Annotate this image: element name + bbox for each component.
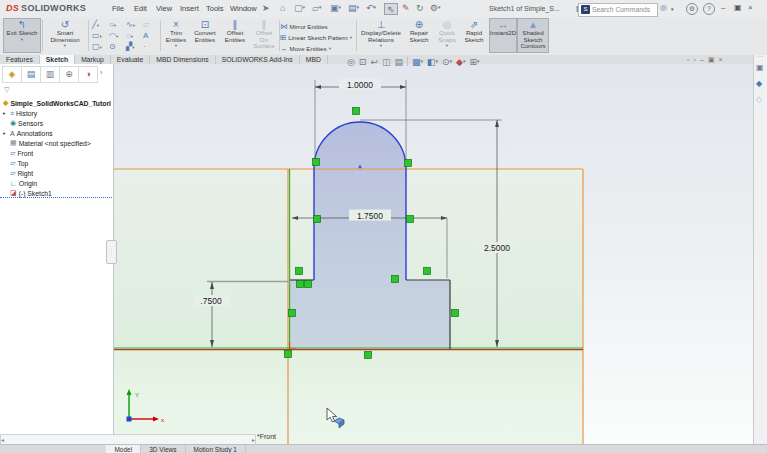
panel-expand-chevron-icon[interactable]: › [100,69,102,76]
relation-marker[interactable] [305,281,312,288]
doc-restore-icon[interactable]: ▣ [708,56,719,63]
tab-solidworks-addins[interactable]: SOLIDWORKS Add-Ins [216,55,300,64]
spline-tool-icon[interactable]: ∿▾ [126,20,135,30]
relation-marker[interactable] [405,160,412,167]
zoom-area-icon[interactable]: ⊡ [359,57,367,67]
dim-value-mid-width[interactable]: 1.7500 [357,211,383,221]
close-button[interactable]: × [748,3,753,12]
model-face-lower[interactable] [113,349,583,444]
text-tool-icon[interactable]: A [143,31,148,41]
menu-insert[interactable]: Insert [180,4,199,13]
search-commands-box[interactable]: S Search Commands [578,3,658,17]
rebuild-icon[interactable]: ↻ [416,3,424,13]
arc-tool-icon[interactable]: ◠▾ [109,31,118,41]
tree-item-sensors[interactable]: ◉ Sensors [3,118,118,128]
menu-tools[interactable]: Tools [206,4,224,13]
move-entities-button[interactable]: ↔ Move Entities▾ [280,43,331,53]
view-settings-icon[interactable]: ⊞▾ [470,57,480,67]
relation-marker[interactable] [289,310,296,317]
taskpane-grip-icon[interactable]: ⋯ [757,52,763,59]
circle-tool-icon[interactable]: ○▾ [109,20,116,30]
new-file-icon[interactable]: ▢▾ [294,3,305,13]
tab-features[interactable]: Features [0,55,40,64]
tab-mbd[interactable]: MBD [300,55,328,64]
repair-sketch-button[interactable]: ⊕ Repair Sketch [406,19,432,52]
trim-entities-button[interactable]: × Trim Entities▾ [163,19,189,52]
select-cursor-icon[interactable]: ⇖ [384,3,398,15]
relation-marker[interactable] [452,310,459,317]
menu-view[interactable]: View [156,4,172,13]
undo-icon[interactable]: ↶▾ [366,3,376,13]
previous-view-icon[interactable]: ↩ [370,57,378,67]
linear-sketch-pattern-button[interactable]: ⊞ Linear Sketch Pattern▾ [280,32,352,42]
minimize-button[interactable]: – [721,3,725,12]
slot-tool-icon[interactable]: ▢▾ [92,42,102,52]
section-view-icon[interactable]: ◫ [382,57,391,67]
scroll-left-icon[interactable]: ◂ [1,436,4,443]
relation-marker[interactable] [407,216,414,223]
relation-marker[interactable] [314,216,321,223]
edit-appearance-icon[interactable]: ◆▾ [456,57,465,67]
expander-icon[interactable]: ▸ [3,110,8,116]
point-tool-icon[interactable]: · [143,42,146,52]
tree-root-item[interactable]: ◆ Simple_SolidWorksCAD_Tutorial_Sketchi [3,98,111,108]
sketch-edit-icon[interactable]: ✎ [402,3,410,13]
arc-center-point[interactable] [359,166,362,169]
convert-entities-button[interactable]: ⊡ Convert Entities [191,19,219,52]
view-orientation-cube-icon[interactable]: ▩▾ [412,57,423,67]
menu-edit[interactable]: Edit [134,4,147,13]
polygon-tool-icon[interactable]: ⊙ [109,42,116,52]
dim-value-right-height[interactable]: 2.5000 [484,243,510,253]
tree-item-annotations[interactable]: ▸ A Annotations [3,128,111,138]
fillet-tool-icon[interactable]: ▞▾ [126,42,134,52]
relation-marker[interactable] [392,276,399,283]
relation-marker[interactable] [285,351,292,358]
tree-item-material[interactable]: ▦ Material <not specified> [3,138,118,148]
menu-file[interactable]: File [112,4,124,13]
bottom-tab-3d-views[interactable]: 3D Views [141,445,185,453]
relation-marker[interactable] [313,159,320,166]
relation-marker[interactable] [297,281,304,288]
menu-window[interactable]: Window [230,4,257,13]
featuremanager-tab[interactable]: ◈ [2,66,22,83]
instant2d-button[interactable]: ↔ Instant2D [489,18,517,53]
hide-show-items-icon[interactable]: ⊙▾ [442,57,452,67]
rectangle-tool-icon[interactable]: ▭▾ [92,31,102,41]
tab-evaluate[interactable]: Evaluate [111,55,150,64]
doc-close-icon[interactable]: × [719,56,727,63]
tree-item-right-plane[interactable]: ▱ Right [3,168,118,178]
graphics-area[interactable]: 1.0000 2.5000 1.7500 [113,64,753,444]
bottom-tab-model[interactable]: Model [106,445,141,453]
display-style-icon[interactable]: ◧▾ [427,57,438,67]
dim-value-left-height[interactable]: .7500 [200,296,222,306]
relation-marker[interactable] [353,108,360,115]
save-icon[interactable]: ▣▾ [330,3,341,13]
rapid-sketch-button[interactable]: ⇗ Rapid Sketch [461,19,487,52]
home-icon[interactable]: ⌂ [280,3,285,13]
zoom-fit-icon[interactable]: ◎ [347,57,355,67]
relation-marker[interactable] [296,268,303,275]
panel-splitter-handle[interactable]: ⋮ [106,240,117,264]
rollback-bar[interactable] [0,197,112,198]
tree-item-top-plane[interactable]: ▱ Top [3,158,118,168]
options-gear-icon[interactable]: ⚙▾ [430,3,441,13]
doc-minimize-icon[interactable]: – [700,56,708,63]
mirror-entities-button[interactable]: ⋈ Mirror Entities [280,21,328,31]
open-file-icon[interactable]: ▱▾ [312,3,321,13]
propertymanager-tab[interactable]: ▤ [21,66,41,83]
restore-button[interactable]: ▣ [734,3,742,12]
tree-item-origin[interactable]: ∟ Origin [3,178,118,188]
relation-marker[interactable] [365,352,372,359]
tab-sketch[interactable]: Sketch [40,55,75,64]
display-delete-relations-button[interactable]: ⊥ Display/Delete Relations▾ [359,19,403,52]
pin-menu-icon[interactable]: ➤ [262,3,270,13]
tab-markup[interactable]: Markup [75,55,111,64]
search-magnifier-icon[interactable]: ◎ [660,3,667,12]
print-icon[interactable]: ▤▾ [348,3,359,13]
filter-funnel-icon[interactable]: ▽ [4,86,9,94]
custom-properties-icon[interactable]: ◆ [756,79,762,88]
screenshot-camera-icon[interactable]: ▣ [756,63,764,72]
displaymanager-tab[interactable]: ◑ [78,66,98,83]
settings-circle-icon[interactable]: ⚙ [686,3,698,15]
tab-mbd-dimensions[interactable]: MBD Dimensions [150,55,216,64]
